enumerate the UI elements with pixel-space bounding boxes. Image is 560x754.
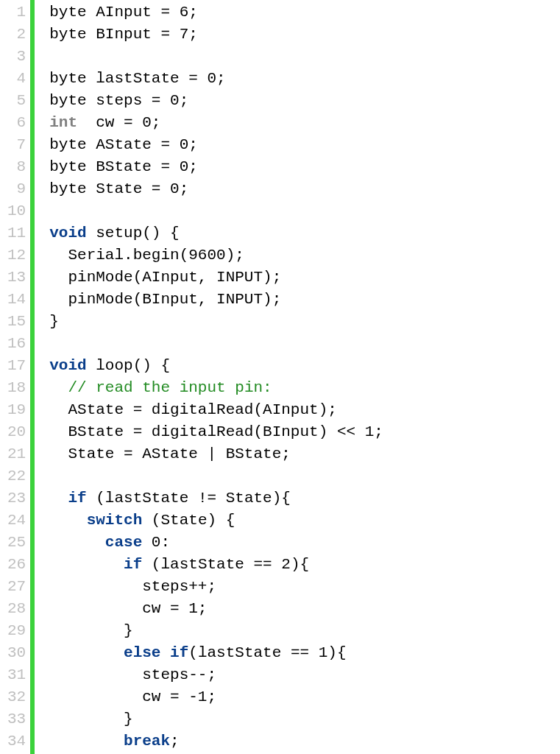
token-plain: }: [49, 711, 132, 727]
line-number: 27: [7, 576, 26, 598]
code-line: void loop() {: [49, 355, 560, 377]
token-plain: steps++;: [49, 578, 216, 595]
token-plain: cw = 0;: [77, 114, 160, 131]
line-number: 18: [7, 377, 26, 399]
token-plain: steps--;: [49, 666, 216, 683]
code-line: }: [49, 620, 560, 642]
token-plain: [49, 512, 86, 529]
token-plain: }: [49, 622, 132, 639]
code-line: byte State = 0;: [49, 178, 560, 200]
token-kw: if: [124, 556, 142, 573]
token-kw: case: [105, 534, 142, 551]
token-plain: (lastState != State){: [87, 490, 291, 507]
token-plain: byte steps = 0;: [49, 92, 188, 109]
token-plain: [160, 644, 170, 661]
line-number: 13: [7, 267, 26, 289]
line-number: 21: [7, 443, 26, 465]
code-line: State = AState | BState;: [49, 443, 560, 465]
code-line: byte BInput = 7;: [49, 24, 560, 46]
line-number: 12: [7, 244, 26, 267]
token-plain: byte State = 0;: [49, 180, 188, 197]
code-line: pinMode(AInput, INPUT);: [49, 267, 560, 289]
line-number-gutter: 1234567891011121314151617181920212223242…: [0, 0, 30, 754]
token-kw: switch: [87, 512, 143, 529]
token-plain: BState = digitalRead(BInput) << 1;: [49, 423, 383, 440]
line-number: 8: [7, 156, 26, 178]
code-line: int cw = 0;: [49, 112, 560, 134]
line-number: 28: [7, 598, 26, 620]
line-number: 29: [7, 620, 26, 642]
token-plain: pinMode(BInput, INPUT);: [49, 291, 281, 308]
code-line: cw = -1;: [49, 686, 560, 708]
code-line: steps++;: [49, 576, 560, 598]
token-plain: 0:: [142, 534, 170, 551]
code-line: else if(lastState == 1){: [49, 642, 560, 664]
line-number: 34: [7, 730, 26, 753]
line-number: 7: [7, 134, 26, 156]
code-line: void setup() {: [49, 222, 560, 244]
code-line: byte BState = 0;: [49, 156, 560, 178]
token-kw: break: [124, 733, 170, 750]
token-kw: if: [68, 490, 86, 507]
token-plain: State = AState | BState;: [49, 445, 291, 462]
token-plain: [49, 379, 68, 396]
code-line: byte AState = 0;: [49, 134, 560, 156]
line-number: 19: [7, 399, 26, 421]
token-plain: ;: [170, 733, 180, 750]
token-plain: byte BInput = 7;: [49, 26, 198, 43]
token-plain: cw = 1;: [49, 600, 207, 617]
token-kw: else: [124, 644, 160, 661]
line-number: 4: [7, 68, 26, 90]
code-line: break;: [49, 730, 560, 753]
token-kw: void: [49, 357, 86, 374]
token-plain: byte AInput = 6;: [49, 4, 198, 21]
line-number: 23: [7, 487, 26, 510]
code-line: // read the input pin:: [49, 377, 560, 399]
code-line: [49, 46, 560, 68]
code-line: byte AInput = 6;: [49, 1, 560, 24]
token-plain: loop() {: [87, 357, 170, 374]
code-line: [49, 200, 560, 222]
token-plain: AState = digitalRead(AInput);: [49, 401, 337, 418]
token-kw-type: int: [49, 114, 77, 131]
token-plain: [49, 490, 68, 507]
code-line: switch (State) {: [49, 510, 560, 532]
code-line: if (lastState != State){: [49, 487, 560, 510]
token-plain: (State) {: [142, 512, 235, 529]
line-number: 3: [7, 46, 26, 68]
code-line: case 0:: [49, 532, 560, 554]
token-plain: [49, 733, 124, 750]
line-number: 2: [7, 24, 26, 46]
code-line: cw = 1;: [49, 598, 560, 620]
line-number: 9: [7, 178, 26, 200]
code-line: pinMode(BInput, INPUT);: [49, 289, 560, 311]
code-line: }: [49, 311, 560, 333]
code-line: Serial.begin(9600);: [49, 244, 560, 267]
token-plain: (lastState == 1){: [188, 644, 346, 661]
line-number: 20: [7, 421, 26, 443]
code-line: [49, 333, 560, 355]
line-number: 32: [7, 686, 26, 708]
line-number: 33: [7, 708, 26, 730]
line-number: 11: [7, 222, 26, 244]
line-number: 10: [7, 200, 26, 222]
line-number: 17: [7, 355, 26, 377]
code-line: [49, 465, 560, 487]
token-kw: void: [49, 225, 86, 242]
line-number: 30: [7, 642, 26, 664]
line-number: 22: [7, 465, 26, 487]
token-plain: }: [49, 313, 59, 330]
code-line: steps--;: [49, 664, 560, 686]
token-comment: // read the input pin:: [68, 379, 272, 396]
token-plain: byte lastState = 0;: [49, 70, 225, 87]
code-line: }: [49, 708, 560, 730]
token-plain: [49, 644, 124, 661]
line-number: 6: [7, 112, 26, 134]
token-plain: byte BState = 0;: [49, 158, 198, 175]
line-number: 14: [7, 289, 26, 311]
token-plain: Serial.begin(9600);: [49, 247, 244, 264]
line-number: 25: [7, 532, 26, 554]
token-plain: [49, 556, 124, 573]
token-plain: cw = -1;: [49, 688, 216, 705]
line-number: 24: [7, 510, 26, 532]
